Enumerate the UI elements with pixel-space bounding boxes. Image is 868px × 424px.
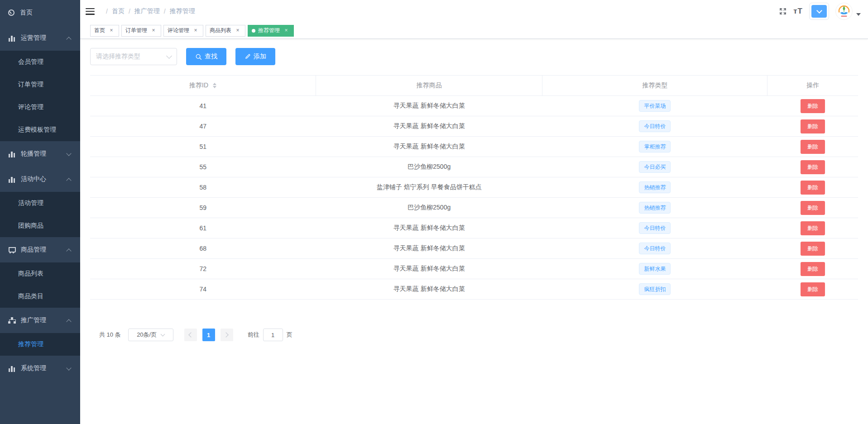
breadcrumb-item[interactable]: / 首页 bbox=[102, 7, 125, 15]
delete-button[interactable]: 删除 bbox=[801, 181, 825, 195]
next-page-button[interactable] bbox=[221, 329, 233, 341]
sidebar-item[interactable]: 活动管理 bbox=[0, 192, 80, 214]
cell-recommend-type: 今日特价 bbox=[542, 116, 767, 137]
sidebar-item-label: 团购商品 bbox=[18, 222, 67, 230]
breadcrumb-separator: / bbox=[106, 8, 108, 15]
column-header-actions: 操作 bbox=[767, 76, 858, 96]
cell-recommend-id: 68 bbox=[90, 238, 316, 259]
sidebar-item[interactable]: 运营管理 bbox=[0, 25, 80, 51]
delete-button[interactable]: 删除 bbox=[801, 140, 825, 154]
sidebar-item[interactable]: 系统管理 bbox=[0, 356, 80, 381]
type-tag: 热销推荐 bbox=[639, 181, 671, 193]
avatar-dropdown[interactable] bbox=[835, 3, 861, 20]
cell-recommend-id: 47 bbox=[90, 116, 316, 137]
cell-recommend-id: 41 bbox=[90, 96, 316, 116]
page-size-select[interactable]: 20条/页 bbox=[128, 329, 173, 341]
sidebar-item[interactable]: 轮播管理 bbox=[0, 141, 80, 167]
type-tag: 疯狂折扣 bbox=[639, 283, 671, 295]
table-row: 68 寻天果蔬 新鲜冬储大白菜 今日特价 删除 bbox=[90, 238, 858, 259]
cell-product-name: 寻天果蔬 新鲜冬储大白菜 bbox=[316, 137, 542, 157]
sidebar: 首页 运营管理 会员管理 订单管理 bbox=[0, 0, 80, 424]
cell-actions: 删除 bbox=[767, 198, 858, 218]
cell-recommend-id: 72 bbox=[90, 259, 316, 279]
delete-button[interactable]: 删除 bbox=[801, 262, 825, 276]
delete-button[interactable]: 删除 bbox=[801, 99, 825, 113]
active-dot-icon bbox=[252, 29, 255, 33]
sidebar-item[interactable]: 评论管理 bbox=[0, 96, 80, 119]
sidebar-item[interactable]: 团购商品 bbox=[0, 214, 80, 237]
search-button[interactable]: 查找 bbox=[186, 48, 226, 65]
delete-button[interactable]: 删除 bbox=[801, 119, 825, 133]
table-row: 61 寻天果蔬 新鲜冬储大白菜 今日特价 删除 bbox=[90, 218, 858, 238]
recommend-type-select[interactable]: 请选择推荐类型 bbox=[90, 48, 177, 65]
view-tab[interactable]: 商品列表 × bbox=[206, 25, 245, 37]
cell-product-name: 盐津铺子 焙宁系列 早餐食品饼干糕点 bbox=[316, 177, 542, 198]
sidebar-item-icon bbox=[8, 34, 15, 42]
goto-page-input[interactable] bbox=[263, 329, 283, 341]
cell-recommend-type: 今日特价 bbox=[542, 218, 767, 238]
close-icon[interactable]: × bbox=[108, 27, 115, 34]
sidebar-item-label: 系统管理 bbox=[21, 364, 67, 372]
cell-actions: 删除 bbox=[767, 177, 858, 198]
table-row: 51 寻天果蔬 新鲜冬储大白菜 掌柜推荐 删除 bbox=[90, 137, 858, 157]
sidebar-item-icon bbox=[8, 150, 15, 157]
breadcrumb-item[interactable]: / 推荐管理 bbox=[160, 7, 195, 15]
sidebar-item[interactable]: 推荐管理 bbox=[0, 333, 80, 356]
sidebar-menu: 首页 运营管理 会员管理 订单管理 bbox=[0, 0, 80, 381]
sidebar-item-icon bbox=[8, 317, 15, 324]
view-tab[interactable]: 推荐管理 × bbox=[248, 25, 294, 37]
type-tag: 热销推荐 bbox=[639, 202, 671, 214]
sidebar-item[interactable]: 商品管理 bbox=[0, 237, 80, 262]
table-row: 41 寻天果蔬 新鲜冬储大白菜 平价菜场 删除 bbox=[90, 96, 858, 116]
sidebar-item[interactable]: 订单管理 bbox=[0, 73, 80, 96]
caret-down-icon bbox=[856, 13, 861, 16]
sidebar-item[interactable]: 首页 bbox=[0, 0, 80, 25]
delete-button[interactable]: 删除 bbox=[801, 242, 825, 256]
close-icon[interactable]: × bbox=[150, 27, 157, 34]
total-count-label: 共 10 条 bbox=[99, 331, 121, 339]
column-header-id[interactable]: 推荐ID bbox=[90, 76, 316, 96]
sidebar-item[interactable]: 运费模板管理 bbox=[0, 119, 80, 141]
sidebar-item[interactable]: 商品列表 bbox=[0, 262, 80, 285]
hamburger-icon[interactable] bbox=[86, 8, 95, 15]
select-placeholder: 请选择推荐类型 bbox=[96, 52, 167, 61]
cell-recommend-type: 新鲜水果 bbox=[542, 259, 767, 279]
page-content: 请选择推荐类型 查找 添加 bbox=[80, 39, 868, 424]
current-page-button[interactable]: 1 bbox=[202, 329, 215, 341]
fullscreen-icon[interactable] bbox=[779, 7, 787, 15]
cell-actions: 删除 bbox=[767, 218, 858, 238]
breadcrumb-item[interactable]: / 推广管理 bbox=[125, 7, 160, 15]
add-button[interactable]: 添加 bbox=[235, 48, 275, 65]
view-tab[interactable]: 订单管理 × bbox=[121, 25, 161, 37]
cell-actions: 删除 bbox=[767, 279, 858, 300]
close-icon[interactable]: × bbox=[192, 27, 199, 34]
delete-button[interactable]: 删除 bbox=[801, 221, 825, 235]
breadcrumb-separator: / bbox=[164, 8, 166, 15]
sidebar-item[interactable]: 活动中心 bbox=[0, 167, 80, 192]
table-row: 58 盐津铺子 焙宁系列 早餐食品饼干糕点 热销推荐 删除 bbox=[90, 177, 858, 198]
close-icon[interactable]: × bbox=[234, 27, 241, 34]
sidebar-item[interactable]: 商品类目 bbox=[0, 285, 80, 308]
sidebar-item-label: 商品类目 bbox=[18, 292, 67, 300]
theme-dropdown-button[interactable] bbox=[809, 3, 829, 20]
delete-button[interactable]: 删除 bbox=[801, 160, 825, 174]
sidebar-item[interactable]: 推广管理 bbox=[0, 308, 80, 333]
delete-button[interactable]: 删除 bbox=[801, 282, 825, 296]
table-row: 72 寻天果蔬 新鲜冬储大白菜 新鲜水果 删除 bbox=[90, 259, 858, 279]
view-tab[interactable]: 评论管理 × bbox=[163, 25, 203, 37]
sort-caret-icon[interactable] bbox=[213, 81, 216, 90]
breadcrumb-label: 推广管理 bbox=[134, 7, 160, 15]
breadcrumb: / 首页 / 推广管理 / 推荐管理 bbox=[102, 7, 195, 15]
sidebar-item[interactable]: 会员管理 bbox=[0, 51, 80, 73]
cell-recommend-type: 平价菜场 bbox=[542, 96, 767, 116]
delete-button[interactable]: 删除 bbox=[801, 201, 825, 215]
font-size-icon[interactable] bbox=[793, 7, 803, 16]
close-icon[interactable]: × bbox=[283, 27, 290, 34]
search-button-label: 查找 bbox=[205, 52, 217, 61]
cell-product-name: 巴沙鱼柳2500g bbox=[316, 157, 542, 177]
prev-page-button[interactable] bbox=[184, 329, 197, 341]
sidebar-item-label: 轮播管理 bbox=[21, 150, 67, 158]
type-tag: 今日必买 bbox=[639, 161, 671, 173]
view-tab[interactable]: 首页 × bbox=[90, 25, 119, 37]
cell-recommend-type: 今日特价 bbox=[542, 238, 767, 259]
